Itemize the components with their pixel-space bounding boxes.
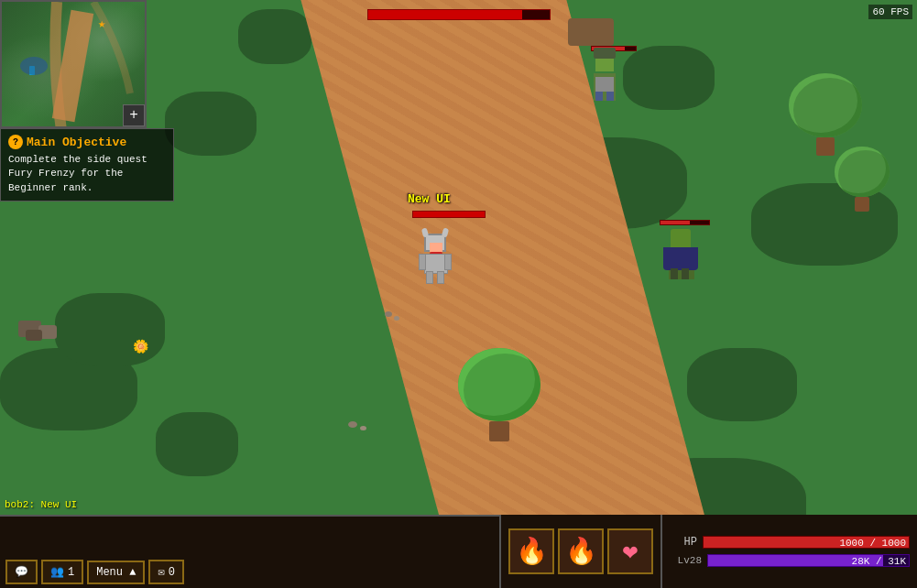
foliage-patch (156, 412, 238, 476)
level-label: Lv28 (670, 555, 702, 566)
pebble (348, 421, 357, 428)
skill1-icon[interactable]: 🔥 (508, 528, 554, 574)
enemy2-hp-fill (660, 221, 690, 224)
objective-icon: ? (8, 135, 23, 149)
objective-panel: ? Main Objective Complete the side quest… (0, 128, 174, 201)
skill3-icon[interactable]: ❤ (607, 528, 653, 574)
pebble (394, 316, 399, 321)
tree (458, 348, 540, 441)
tree (789, 73, 862, 156)
enemy2 (660, 229, 705, 279)
bottom-hud: 💬 👥 1 Menu ▲ ✉ 0 🔥 🔥 (0, 515, 917, 588)
minimap-expand-button[interactable]: + (123, 104, 145, 126)
foliage-patch (55, 293, 165, 366)
party-icon: 👥 (50, 565, 64, 579)
stats-area: HP 1000 / 1000 Lv28 28K / 31K (660, 515, 917, 588)
skill-icons: 🔥 🔥 ❤ (499, 515, 660, 588)
mail-icon: ✉ (158, 565, 164, 579)
tree (835, 147, 890, 212)
mail-count: 0 (169, 566, 175, 579)
player-character: New UI (417, 234, 453, 284)
enemy1 (586, 55, 623, 101)
flower: 🌼 (133, 339, 148, 354)
minimap-water (20, 57, 48, 75)
menu-button[interactable]: Menu ▲ (87, 561, 145, 584)
foliage-patch (238, 9, 311, 64)
hp-label: HP (670, 536, 697, 549)
pebble (385, 311, 392, 317)
xp-bar: 28K / 31K (707, 554, 910, 567)
player-hp-bar-world (412, 211, 486, 218)
tree-stump (568, 18, 614, 46)
pebble (360, 426, 366, 430)
foliage-patch (623, 46, 715, 110)
chat-button[interactable]: 💬 (5, 560, 38, 584)
foliage-patch (687, 348, 797, 421)
xp-value: 28K / 31K (852, 555, 906, 568)
chat-buttons: 💬 👥 1 Menu ▲ ✉ 0 (5, 560, 184, 584)
party-button[interactable]: 👥 1 (41, 560, 83, 584)
hp-row: HP 1000 / 1000 (670, 536, 910, 549)
minimap[interactable]: ★ + (0, 0, 147, 128)
hp-value: 1000 / 1000 (839, 537, 906, 550)
mail-button[interactable]: ✉ 0 (148, 560, 183, 584)
chat-area: 💬 👥 1 Menu ▲ ✉ 0 (0, 517, 190, 588)
enemy-hp-fill-top (368, 10, 522, 19)
enemy-hp-bar-top (367, 9, 551, 20)
hp-bar: 1000 / 1000 (703, 536, 910, 549)
player-hp-fill-world (413, 212, 485, 217)
objective-description: Complete the side quest Fury Frenzy for … (8, 153, 166, 195)
party-count: 1 (68, 566, 74, 579)
skill1-icon-glyph: 🔥 (516, 536, 548, 567)
skill3-icon-glyph: ❤ (623, 536, 639, 567)
objective-title: ? Main Objective (8, 135, 166, 149)
enemy2-hp-bar (660, 220, 710, 225)
skill2-icon-glyph: 🔥 (565, 536, 597, 567)
skill2-icon[interactable]: 🔥 (558, 528, 604, 574)
foliage-patch (165, 92, 257, 156)
xp-row: Lv28 28K / 31K (670, 554, 910, 567)
objective-title-text: Main Objective (27, 136, 126, 149)
